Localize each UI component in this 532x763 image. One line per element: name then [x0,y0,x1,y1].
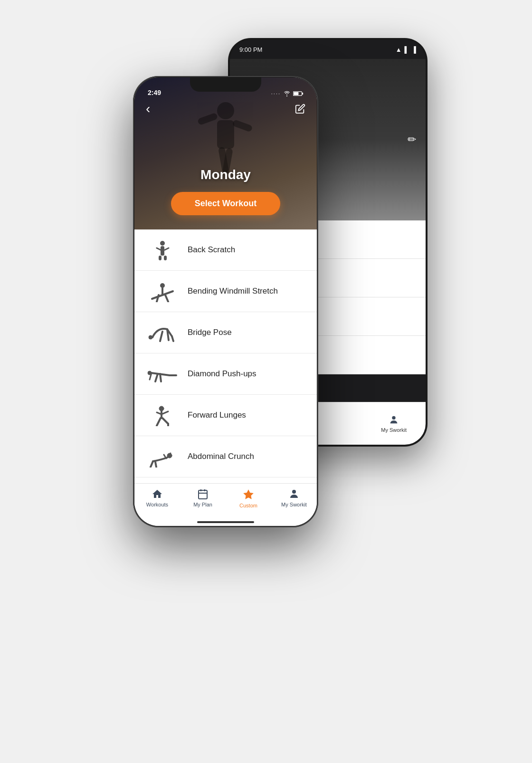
lunges-figure [147,405,178,426]
svg-rect-12 [161,246,164,256]
svg-line-42 [155,462,156,467]
tab-workouts-label: Workouts [146,502,168,507]
windmill-figure [147,281,178,302]
svg-rect-6 [217,120,234,149]
exercise-name-back-scratch: Back Scratch [188,245,235,255]
back-edit-icon[interactable]: ✏ [408,134,416,146]
my-sworkit-icon [288,488,300,500]
svg-rect-16 [164,256,167,260]
exercise-item-bridge[interactable]: Bridge Pose [134,312,317,353]
svg-point-0 [392,416,395,419]
exercise-thumb-windmill [146,279,179,303]
svg-line-41 [151,461,153,467]
back-person-icon [389,415,399,425]
svg-line-14 [165,248,169,250]
hero-title: Monday [200,167,251,182]
back-wifi-icon: ▲ [396,46,402,53]
exercise-name-forward-lunges: Forward Lunges [188,410,246,420]
back-my-sworkit-label: My Sworkit [381,427,407,433]
workouts-icon [152,488,163,500]
status-time: 2:49 [148,89,161,96]
exercise-item-diamond-pushups[interactable]: Diamond Push-ups [134,353,317,395]
front-phone: 2:49 ···· [133,76,318,527]
tab-workouts[interactable]: Workouts [143,488,171,507]
back-status-bar: 9:00 PM ▲ ▌ ▐ [230,40,426,59]
diamond-pushups-figure [146,363,179,385]
status-bar: 2:49 ···· [134,77,317,98]
tab-my-sworkit-label: My Sworkit [281,502,307,507]
back-tab-my-sworkit[interactable]: My Sworkit [381,415,407,433]
tab-custom-label: Custom [239,503,257,508]
tab-my-plan[interactable]: My Plan [189,488,217,507]
edit-icon[interactable] [295,104,305,114]
exercise-list: Back Scratch B [134,229,317,483]
svg-line-20 [162,291,173,295]
tab-my-plan-label: My Plan [193,502,212,507]
svg-point-50 [292,490,296,494]
exercise-thumb-forward-lunges [146,403,179,427]
svg-line-37 [157,418,161,426]
battery-icon [293,91,304,96]
exercise-name-windmill: Bending Windmill Stretch [188,286,278,296]
exercise-thumb-back-scratch [146,238,179,262]
exercise-name-bridge: Bridge Pose [188,328,232,337]
svg-point-1 [286,95,287,96]
status-icons: ···· [271,91,304,96]
svg-rect-4 [294,92,298,95]
svg-marker-49 [243,489,254,499]
exercise-thumb-abdominal-crunch [146,445,179,468]
my-plan-icon [197,488,209,500]
hero-section: ‹ Monday Select Workout [134,77,317,229]
exercise-name-abdominal-crunch: Abdominal Crunch [188,452,254,461]
hero-nav: ‹ [134,101,317,116]
svg-line-38 [162,418,168,424]
dots-icon: ···· [271,91,281,96]
crunch-figure [146,446,179,467]
exercise-name-diamond-pushups: Diamond Push-ups [188,369,256,379]
exercise-thumb-bridge [146,321,179,344]
exercise-item-back-scratch[interactable]: Back Scratch [134,229,317,271]
svg-line-25 [160,332,162,341]
svg-line-36 [162,411,168,414]
exercise-thumb-diamond-pushups [146,362,179,386]
select-workout-button[interactable]: Select Workout [171,192,281,215]
back-battery-icon: ▐ [412,46,416,53]
tab-bar: Workouts My Plan Custom [134,483,317,526]
svg-line-26 [172,336,173,341]
svg-point-11 [160,241,165,246]
back-scratch-figure [147,239,178,261]
svg-rect-45 [199,490,207,499]
exercise-item-abdominal-crunch[interactable]: Abdominal Crunch [134,436,317,477]
exercise-item-windmill[interactable]: Bending Windmill Stretch [134,271,317,312]
bridge-figure [146,322,179,343]
svg-rect-15 [159,256,162,260]
back-status-icons: ▲ ▌ ▐ [396,46,416,53]
svg-rect-3 [302,93,303,95]
tab-my-sworkit[interactable]: My Sworkit [280,488,308,507]
svg-line-31 [160,374,161,382]
home-indicator [197,521,254,523]
svg-line-13 [157,248,161,250]
svg-rect-8 [232,119,253,133]
wifi-icon [283,91,291,96]
svg-line-30 [155,374,158,382]
back-signal-icon: ▌ [405,46,409,53]
svg-line-22 [165,295,168,302]
exercise-item-forward-lunges[interactable]: Forward Lunges [134,395,317,436]
tab-custom[interactable]: Custom [234,488,263,508]
custom-star-icon [242,488,255,501]
back-status-time: 9:00 PM [239,46,262,53]
back-button[interactable]: ‹ [146,101,150,116]
